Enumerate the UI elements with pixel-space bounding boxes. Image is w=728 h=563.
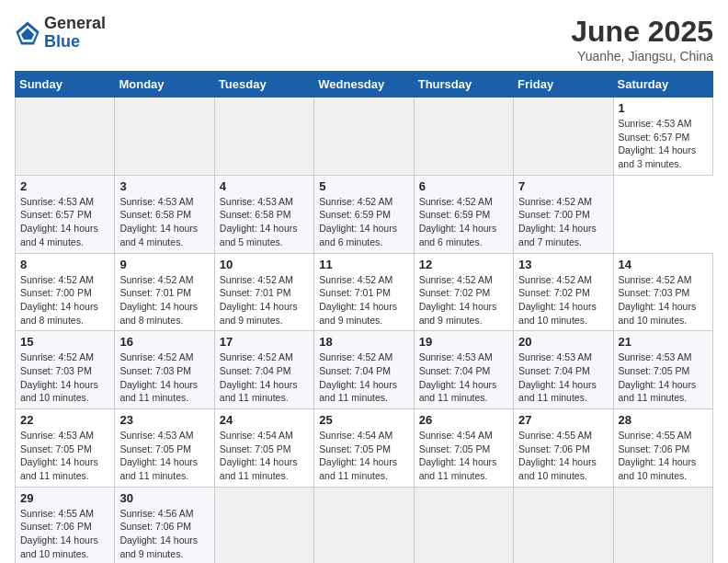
day-number: 30 (119, 491, 209, 505)
day-number: 13 (518, 258, 608, 271)
day-info: Sunrise: 4:53 AMSunset: 6:57 PMDaylight:… (20, 195, 109, 249)
day-info: Sunrise: 4:52 AMSunset: 7:02 PMDaylight:… (419, 273, 508, 327)
day-number: 23 (119, 413, 209, 427)
logo-general-text: General (44, 14, 106, 32)
calendar-cell: 28Sunrise: 4:55 AMSunset: 7:06 PMDayligh… (613, 409, 712, 488)
day-header-wednesday: Wednesday (314, 72, 414, 98)
day-info: Sunrise: 4:52 AMSunset: 7:03 PMDaylight:… (619, 273, 708, 327)
calendar-header-row: SundayMondayTuesdayWednesdayThursdayFrid… (16, 72, 713, 98)
calendar-cell: 14Sunrise: 4:52 AMSunset: 7:03 PMDayligh… (613, 253, 712, 331)
day-info: Sunrise: 4:55 AMSunset: 7:06 PMDaylight:… (20, 507, 109, 561)
day-info: Sunrise: 4:52 AMSunset: 7:00 PMDaylight:… (518, 195, 608, 249)
day-info: Sunrise: 4:52 AMSunset: 7:00 PMDaylight:… (20, 273, 109, 327)
calendar-cell: 20Sunrise: 4:53 AMSunset: 7:04 PMDayligh… (514, 331, 613, 409)
calendar-cell: 16Sunrise: 4:52 AMSunset: 7:03 PMDayligh… (115, 331, 214, 409)
calendar-cell: 10Sunrise: 4:52 AMSunset: 7:01 PMDayligh… (214, 253, 313, 331)
page-header: General Blue June 2025 Yuanhe, Jiangsu, … (15, 15, 713, 63)
calendar-cell (613, 487, 712, 563)
day-info: Sunrise: 4:53 AMSunset: 7:05 PMDaylight:… (119, 429, 209, 483)
calendar-cell: 1Sunrise: 4:53 AMSunset: 6:57 PMDaylight… (613, 98, 712, 176)
calendar-cell: 12Sunrise: 4:52 AMSunset: 7:02 PMDayligh… (414, 253, 513, 331)
calendar-cell: 24Sunrise: 4:54 AMSunset: 7:05 PMDayligh… (214, 409, 313, 488)
calendar-cell: 6Sunrise: 4:52 AMSunset: 6:59 PMDaylight… (414, 175, 513, 253)
day-info: Sunrise: 4:53 AMSunset: 6:58 PMDaylight:… (220, 195, 309, 249)
day-info: Sunrise: 4:56 AMSunset: 7:06 PMDaylight:… (119, 507, 209, 561)
calendar-cell: 13Sunrise: 4:52 AMSunset: 7:02 PMDayligh… (514, 253, 613, 331)
day-info: Sunrise: 4:52 AMSunset: 7:01 PMDaylight:… (119, 273, 209, 327)
day-number: 21 (619, 335, 708, 349)
day-info: Sunrise: 4:52 AMSunset: 7:03 PMDaylight:… (20, 350, 109, 405)
day-header-friday: Friday (514, 72, 613, 98)
calendar-cell (214, 487, 313, 563)
day-number: 19 (419, 335, 508, 349)
day-header-saturday: Saturday (613, 72, 712, 98)
day-number: 3 (119, 179, 209, 193)
day-number: 16 (119, 335, 209, 349)
calendar-cell: 4Sunrise: 4:53 AMSunset: 6:58 PMDaylight… (214, 175, 313, 253)
calendar-cell (314, 487, 414, 563)
calendar-cell: 26Sunrise: 4:54 AMSunset: 7:05 PMDayligh… (414, 409, 513, 488)
day-info: Sunrise: 4:53 AMSunset: 6:58 PMDaylight:… (119, 195, 209, 249)
calendar-cell: 25Sunrise: 4:54 AMSunset: 7:05 PMDayligh… (314, 409, 414, 488)
title-block: June 2025 Yuanhe, Jiangsu, China (571, 15, 713, 63)
month-title: June 2025 (571, 15, 713, 49)
day-number: 18 (319, 335, 408, 349)
calendar-week-row: 2Sunrise: 4:53 AMSunset: 6:57 PMDaylight… (16, 175, 713, 253)
calendar-cell (115, 98, 214, 176)
calendar-cell: 19Sunrise: 4:53 AMSunset: 7:04 PMDayligh… (414, 331, 513, 409)
calendar-cell: 15Sunrise: 4:52 AMSunset: 7:03 PMDayligh… (16, 331, 115, 409)
logo-blue-text: Blue (44, 32, 80, 51)
calendar-cell (414, 487, 513, 563)
day-number: 10 (220, 258, 309, 271)
calendar-cell (214, 98, 313, 176)
calendar-cell: 23Sunrise: 4:53 AMSunset: 7:05 PMDayligh… (115, 409, 214, 488)
day-number: 12 (419, 258, 508, 271)
day-number: 20 (518, 335, 608, 349)
calendar-cell (16, 98, 115, 176)
calendar-cell: 9Sunrise: 4:52 AMSunset: 7:01 PMDaylight… (115, 253, 214, 331)
logo-icon (15, 20, 40, 46)
day-number: 1 (619, 101, 708, 115)
day-number: 14 (619, 258, 708, 271)
calendar-week-row: 15Sunrise: 4:52 AMSunset: 7:03 PMDayligh… (16, 331, 713, 409)
location-subtitle: Yuanhe, Jiangsu, China (571, 49, 713, 63)
day-header-sunday: Sunday (16, 72, 115, 98)
calendar-cell: 18Sunrise: 4:52 AMSunset: 7:04 PMDayligh… (314, 331, 414, 409)
calendar-week-row: 8Sunrise: 4:52 AMSunset: 7:00 PMDaylight… (16, 253, 713, 331)
day-info: Sunrise: 4:54 AMSunset: 7:05 PMDaylight:… (220, 429, 309, 483)
calendar-cell: 7Sunrise: 4:52 AMSunset: 7:00 PMDaylight… (514, 175, 613, 253)
day-info: Sunrise: 4:53 AMSunset: 7:04 PMDaylight:… (518, 350, 608, 405)
calendar-week-row: 1Sunrise: 4:53 AMSunset: 6:57 PMDaylight… (16, 98, 713, 176)
day-number: 6 (419, 179, 508, 193)
day-number: 11 (319, 258, 408, 271)
day-info: Sunrise: 4:52 AMSunset: 7:02 PMDaylight:… (518, 273, 608, 327)
day-number: 28 (619, 413, 708, 427)
calendar-cell: 11Sunrise: 4:52 AMSunset: 7:01 PMDayligh… (314, 253, 414, 331)
day-info: Sunrise: 4:52 AMSunset: 7:03 PMDaylight:… (119, 350, 209, 405)
day-info: Sunrise: 4:52 AMSunset: 7:01 PMDaylight:… (319, 273, 408, 327)
day-info: Sunrise: 4:55 AMSunset: 7:06 PMDaylight:… (518, 429, 608, 483)
day-info: Sunrise: 4:53 AMSunset: 7:05 PMDaylight:… (20, 429, 109, 483)
day-info: Sunrise: 4:53 AMSunset: 7:04 PMDaylight:… (419, 350, 508, 405)
day-number: 26 (419, 413, 508, 427)
day-number: 27 (518, 413, 608, 427)
day-info: Sunrise: 4:54 AMSunset: 7:05 PMDaylight:… (319, 429, 408, 483)
day-number: 8 (20, 258, 109, 271)
calendar-cell: 2Sunrise: 4:53 AMSunset: 6:57 PMDaylight… (16, 175, 115, 253)
day-number: 22 (20, 413, 109, 427)
calendar-table: SundayMondayTuesdayWednesdayThursdayFrid… (15, 71, 713, 563)
day-number: 7 (518, 179, 608, 193)
calendar-cell: 5Sunrise: 4:52 AMSunset: 6:59 PMDaylight… (314, 175, 414, 253)
logo: General Blue (15, 15, 106, 52)
day-header-tuesday: Tuesday (214, 72, 313, 98)
day-info: Sunrise: 4:53 AMSunset: 6:57 PMDaylight:… (619, 117, 708, 171)
day-info: Sunrise: 4:52 AMSunset: 7:04 PMDaylight:… (220, 350, 309, 405)
day-number: 2 (20, 179, 109, 193)
day-info: Sunrise: 4:52 AMSunset: 7:04 PMDaylight:… (319, 350, 408, 405)
calendar-cell: 17Sunrise: 4:52 AMSunset: 7:04 PMDayligh… (214, 331, 313, 409)
calendar-cell: 21Sunrise: 4:53 AMSunset: 7:05 PMDayligh… (613, 331, 712, 409)
calendar-week-row: 22Sunrise: 4:53 AMSunset: 7:05 PMDayligh… (16, 409, 713, 488)
calendar-cell: 8Sunrise: 4:52 AMSunset: 7:00 PMDaylight… (16, 253, 115, 331)
day-number: 5 (319, 179, 408, 193)
calendar-cell: 27Sunrise: 4:55 AMSunset: 7:06 PMDayligh… (514, 409, 613, 488)
